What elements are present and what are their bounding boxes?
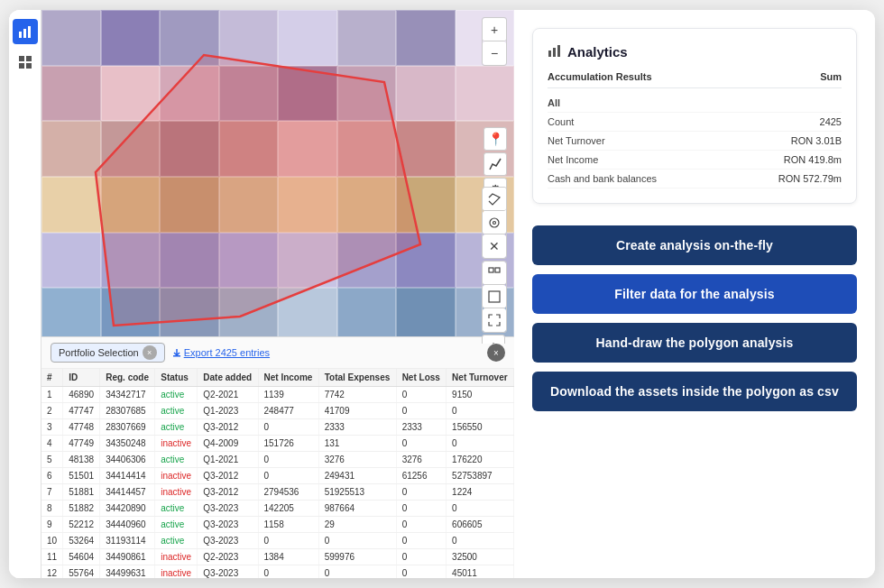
table-row: 14689034342717activeQ2-20211139774209150	[41, 387, 514, 403]
map-cell	[396, 177, 456, 233]
table-cell: 47749	[63, 436, 100, 452]
map-cell	[219, 121, 279, 177]
expand-btn[interactable]	[483, 308, 506, 332]
table-cell: 1139	[258, 387, 318, 403]
accumulation-row: Cash and bank balancesRON 572.79m	[548, 170, 842, 188]
table-header-bar: Portfolio Selection × Export 2425 entrie…	[41, 337, 514, 369]
map-cell	[101, 288, 161, 344]
table-cell: 31193114	[100, 533, 155, 549]
table-cell: 12	[41, 565, 63, 579]
accumulation-label: Accumulation Results	[548, 71, 652, 82]
table-cell: 1	[41, 387, 63, 403]
map-cell	[278, 121, 337, 177]
table-cell: 0	[258, 533, 318, 549]
grid-sidebar-icon[interactable]	[13, 50, 38, 75]
accum-row-label: Net Turnover	[548, 135, 605, 146]
filter-data-btn[interactable]: Filter data for the analysis	[532, 274, 857, 314]
table-cell: 34414457	[100, 484, 155, 501]
map-cell	[41, 288, 101, 344]
table-cell: 2794536	[258, 484, 318, 501]
map-cell	[101, 10, 161, 66]
table-cell: inactive	[155, 436, 198, 452]
table-cell: inactive	[155, 468, 198, 484]
accumulation-row: Net IncomeRON 419.8m	[548, 151, 842, 170]
draw-tool-2[interactable]	[483, 211, 506, 234]
view-tool-2[interactable]	[483, 285, 506, 308]
table-cell: 46890	[63, 387, 100, 403]
table-row: 75188134414457inactiveQ3-201227945365192…	[41, 484, 514, 501]
table-cell: 0	[396, 403, 446, 419]
table-cell: Q1-2023	[198, 403, 258, 419]
table-cell: 34440960	[100, 517, 155, 533]
map-cell	[337, 66, 397, 122]
table-cell: 9	[41, 517, 63, 533]
svg-rect-15	[548, 51, 551, 57]
table-cell: 51881	[63, 484, 100, 501]
table-cell: 45011	[447, 565, 514, 579]
download-assets-btn[interactable]: Download the assets inside the polygon a…	[532, 372, 857, 411]
draw-tool-3[interactable]: ✕	[483, 234, 506, 258]
layer-btn[interactable]	[482, 335, 505, 344]
table-cell: active	[155, 452, 198, 468]
table-cell: 54604	[63, 549, 100, 565]
table-cell: active	[155, 403, 198, 419]
accum-row-value: RON 419.8m	[784, 154, 842, 165]
table-cell: 2333	[318, 419, 396, 436]
export-link[interactable]: Export 2425 entries	[172, 347, 270, 358]
draw-tool-1[interactable]	[483, 188, 506, 211]
table-cell: 34490861	[100, 549, 155, 565]
table-cell: Q3-2012	[198, 419, 258, 436]
table-cell: active	[155, 387, 198, 403]
table-cell: 7742	[318, 387, 396, 403]
line-tool-btn[interactable]	[483, 152, 507, 176]
map-cell	[219, 288, 279, 344]
table-cell: Q3-2012	[198, 468, 258, 484]
table-cell: 0	[396, 501, 446, 517]
table-cell: Q2-2023	[198, 549, 258, 565]
create-analysis-btn[interactable]: Create analysis on-the-fly	[532, 225, 857, 265]
svg-rect-11	[489, 268, 493, 272]
map-controls-top: + −	[482, 17, 507, 66]
table-cell: 156550	[447, 419, 514, 436]
accum-row-value: 2425	[820, 116, 842, 127]
table-row: 34774828307669activeQ3-20120233323331565…	[41, 419, 514, 436]
svg-rect-12	[495, 268, 500, 272]
map-cell	[219, 233, 279, 289]
chart-sidebar-icon[interactable]	[13, 19, 38, 44]
table-row: 95221234440960activeQ3-20231158290606605	[41, 517, 514, 533]
svg-rect-5	[19, 63, 24, 69]
view-tool-1[interactable]	[483, 262, 506, 285]
svg-point-10	[490, 218, 499, 227]
table-close-btn[interactable]: ×	[487, 344, 505, 362]
table-row: 44774934350248inactiveQ4-200915172613100	[41, 436, 514, 452]
zoom-in-btn[interactable]: +	[483, 18, 506, 41]
table-cell: Q3-2012	[198, 484, 258, 501]
map-cell	[160, 121, 219, 177]
table-cell: 0	[447, 403, 514, 419]
svg-rect-14	[173, 355, 180, 357]
table-cell: 0	[258, 468, 318, 484]
table-cell: 55764	[63, 565, 100, 579]
table-cell: 3276	[396, 452, 446, 468]
zoom-out-btn[interactable]: −	[483, 41, 506, 65]
data-table-wrapper[interactable]: #IDReg. codeStatusDate addedNet IncomeTo…	[41, 369, 514, 578]
hand-draw-btn[interactable]: Hand-draw the polygon analysis	[532, 323, 857, 363]
accum-row-label: Net Income	[548, 154, 598, 165]
map-cell	[101, 121, 161, 177]
table-cell: 11	[41, 549, 63, 565]
table-cell: 6	[41, 468, 63, 484]
portfolio-close-btn[interactable]: ×	[143, 345, 157, 360]
table-cell: 4	[41, 436, 63, 452]
map-area[interactable]: + − 📍 ⚙	[41, 10, 514, 344]
table-cell: 34350248	[100, 436, 155, 452]
left-panel: + − 📍 ⚙	[9, 10, 514, 578]
draw-tools: ✕	[482, 187, 507, 259]
svg-rect-0	[19, 32, 22, 38]
location-btn[interactable]: 📍	[483, 127, 507, 151]
data-table: #IDReg. codeStatusDate addedNet IncomeTo…	[41, 369, 514, 578]
table-col-header: ID	[63, 369, 100, 387]
accumulation-row: All	[548, 94, 842, 113]
map-cell	[396, 10, 456, 66]
accum-row-label: Cash and bank balances	[548, 173, 657, 184]
table-row: 85188234420890activeQ3-20231422059876640…	[41, 501, 514, 517]
